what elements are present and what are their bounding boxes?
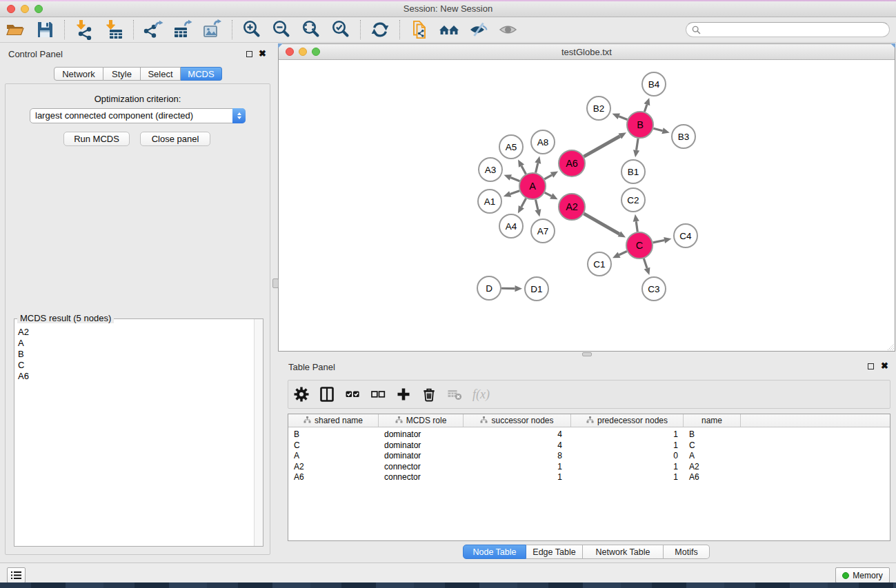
control-panel-float-icon[interactable]: [246, 51, 252, 57]
edge-A-A6[interactable]: [544, 175, 552, 179]
save-session-icon: [34, 19, 55, 40]
tab-network-table[interactable]: Network Table: [583, 545, 664, 559]
column-header-MCDS-role[interactable]: MCDS role: [379, 414, 464, 427]
hide-selected-button[interactable]: [468, 19, 489, 40]
edge-A-A1[interactable]: [510, 191, 519, 194]
traffic-lights: [7, 5, 43, 13]
delete-columns-button[interactable]: [421, 386, 437, 403]
table-row[interactable]: A2connector11A2: [288, 462, 890, 473]
network-canvas[interactable]: AA6A2BCA5A8A3A1A4A7B4B2B3B1C2C4C1C3DD1: [279, 60, 895, 351]
first-neighbors-button[interactable]: [439, 19, 459, 40]
tab-mcds[interactable]: MCDS: [181, 67, 222, 81]
edge-C-C3[interactable]: [644, 258, 647, 268]
minimize-window-button[interactable]: [21, 5, 29, 13]
zoom-window-button[interactable]: [34, 5, 43, 13]
node-label-A: A: [529, 181, 536, 192]
table-row[interactable]: A6connector11A6: [288, 472, 890, 483]
tab-node-table[interactable]: Node Table: [463, 545, 526, 559]
edge-A-A3[interactable]: [510, 178, 519, 181]
table-row[interactable]: Bdominator41B: [288, 429, 890, 440]
search-input[interactable]: [686, 22, 890, 37]
tab-motifs[interactable]: Motifs: [664, 545, 710, 559]
open-file-button[interactable]: [5, 19, 26, 40]
edge-A-A2[interactable]: [545, 192, 552, 196]
edge-A2-C[interactable]: [584, 214, 619, 234]
show-all-button[interactable]: [498, 19, 519, 40]
select-all-button[interactable]: [344, 386, 361, 403]
resize-grip-icon[interactable]: [886, 342, 894, 350]
network-zoom-button[interactable]: [312, 48, 320, 56]
zoom-in-button[interactable]: [241, 19, 262, 40]
tab-edge-table[interactable]: Edge Table: [526, 545, 583, 559]
edge-C-C2[interactable]: [636, 221, 637, 232]
export-table-button[interactable]: [172, 19, 193, 40]
table-panel-close-icon[interactable]: ✖: [881, 363, 888, 369]
tab-select[interactable]: Select: [141, 67, 181, 81]
edge-B-B2[interactable]: [619, 116, 627, 120]
desktop-wallpaper-bottom: [0, 582, 896, 588]
close-window-button[interactable]: [7, 5, 15, 13]
save-session-button[interactable]: [34, 19, 55, 40]
edge-C-C4[interactable]: [653, 240, 665, 242]
table-mode-button[interactable]: [293, 386, 310, 403]
tab-network[interactable]: Network: [54, 67, 103, 81]
edge-A6-B[interactable]: [584, 136, 619, 156]
control-panel-title: Control Panel: [8, 49, 63, 59]
export-network-button[interactable]: [143, 19, 163, 40]
edge-A-A5[interactable]: [521, 166, 526, 174]
import-network-button[interactable]: [74, 19, 94, 40]
mcds-result-box: MCDS result (5 nodes) A2ABCA6: [14, 318, 263, 547]
memory-button[interactable]: Memory: [835, 567, 890, 583]
result-item[interactable]: A2: [15, 327, 29, 338]
node-label-C: C: [636, 240, 643, 251]
edge-C-C1[interactable]: [619, 251, 627, 254]
table-panel-float-icon[interactable]: [868, 363, 874, 369]
column-header-successor-nodes[interactable]: successor nodes: [464, 414, 571, 427]
result-item[interactable]: B: [15, 349, 29, 360]
node-label-B3: B3: [678, 132, 690, 142]
show-columns-icon: [319, 386, 335, 403]
horizontal-split-handle[interactable]: [582, 352, 592, 356]
column-header-shared-name[interactable]: shared name: [288, 414, 379, 427]
zoom-out-button[interactable]: [271, 19, 292, 40]
edge-arrowhead: [612, 113, 619, 119]
edge-A-A4[interactable]: [521, 199, 526, 207]
close-panel-button[interactable]: Close panel: [140, 132, 210, 146]
edge-B-B4[interactable]: [644, 105, 646, 112]
result-item[interactable]: A6: [15, 371, 29, 382]
import-table-button[interactable]: [103, 19, 124, 40]
zoom-selected-button[interactable]: [330, 19, 351, 40]
network-window-title: testGlobe.txt: [279, 47, 895, 57]
network-minimize-button[interactable]: [299, 48, 307, 56]
edge-B-B3[interactable]: [653, 128, 662, 131]
table-row[interactable]: Adominator80A: [288, 451, 890, 462]
control-panel-close-icon[interactable]: ✖: [259, 50, 266, 57]
clone-network-button[interactable]: [409, 19, 430, 40]
result-item[interactable]: A: [15, 338, 29, 349]
show-columns-button[interactable]: [319, 386, 335, 403]
table-row[interactable]: Cdominator41C: [288, 440, 890, 452]
column-header-name[interactable]: name: [684, 414, 741, 427]
toolbar-separator: [232, 20, 232, 39]
zoom-fit-button[interactable]: [301, 19, 321, 40]
edge-A-A7[interactable]: [535, 199, 537, 210]
result-item[interactable]: C: [15, 360, 29, 371]
tab-style[interactable]: Style: [103, 67, 141, 81]
result-scrollbar[interactable]: [254, 319, 263, 546]
status-menu-button[interactable]: [7, 567, 26, 583]
deselect-all-button[interactable]: [370, 386, 386, 403]
create-column-button[interactable]: [395, 386, 412, 403]
function-builder-button[interactable]: f(x): [472, 386, 497, 403]
edge-B-B1[interactable]: [637, 139, 639, 150]
network-close-button[interactable]: [286, 48, 294, 56]
optimization-criterion-select[interactable]: largest connected component (directed): [30, 108, 246, 123]
run-mcds-button[interactable]: Run MCDS: [63, 132, 130, 146]
vertical-split-handle[interactable]: [272, 278, 279, 288]
delete-table-button[interactable]: [446, 386, 463, 403]
edge-A-A8[interactable]: [536, 163, 538, 173]
export-image-button[interactable]: [202, 19, 223, 40]
refresh-button[interactable]: [370, 19, 390, 40]
cell-name: B: [684, 429, 741, 440]
column-header-predecessor-nodes[interactable]: predecessor nodes: [571, 414, 684, 427]
cell-successor-nodes: 4: [464, 440, 571, 452]
